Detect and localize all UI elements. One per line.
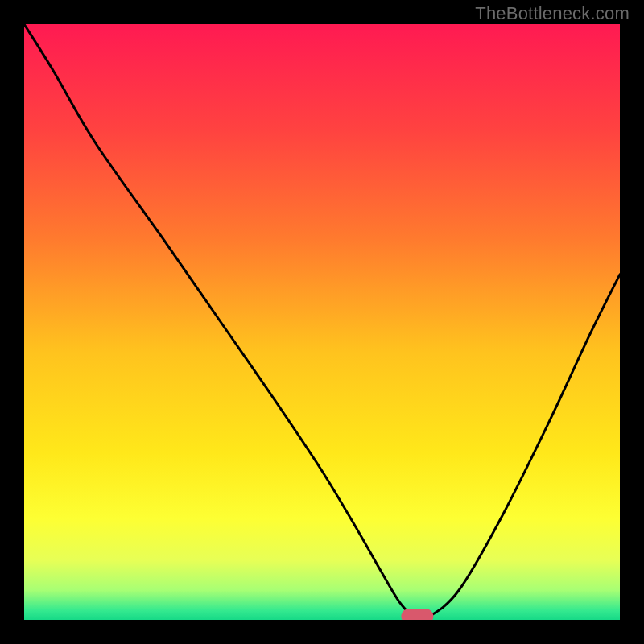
- chart-frame: TheBottleneck.com: [0, 0, 644, 644]
- chart-svg: [24, 24, 620, 620]
- optimal-marker: [401, 609, 433, 620]
- gradient-background: [24, 24, 620, 620]
- watermark-text: TheBottleneck.com: [475, 3, 630, 24]
- plot-area: [24, 24, 620, 620]
